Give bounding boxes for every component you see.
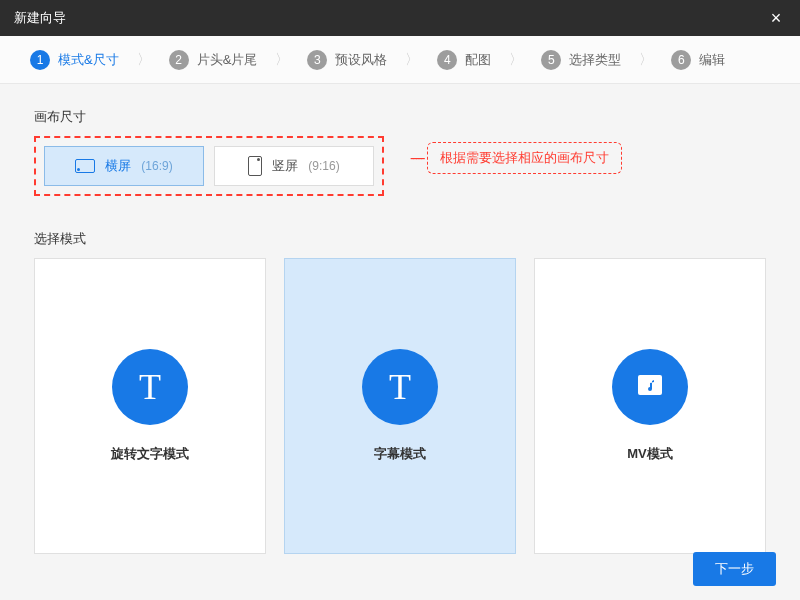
mode-section: 选择模式 T 旋转文字模式 T 字幕模式 MV模式 <box>34 230 766 554</box>
chevron-right-icon: 〉 <box>639 51 653 69</box>
chevron-right-icon: 〉 <box>275 51 289 69</box>
annotation-text: 根据需要选择相应的画布尺寸 <box>427 142 622 174</box>
step-number: 1 <box>30 50 50 70</box>
chevron-right-icon: 〉 <box>509 51 523 69</box>
step-number: 4 <box>437 50 457 70</box>
step-edit[interactable]: 6 编辑 <box>671 50 725 70</box>
step-preset-style[interactable]: 3 预设风格 <box>307 50 387 70</box>
step-label: 模式&尺寸 <box>58 51 119 69</box>
annotation-callout: ----- 根据需要选择相应的画布尺寸 <box>410 142 622 174</box>
option-name: 竖屏 <box>272 157 298 175</box>
canvas-portrait-option[interactable]: 竖屏 (9:16) <box>214 146 374 186</box>
mode-card-rotate-text[interactable]: T 旋转文字模式 <box>34 258 266 554</box>
mode-card-label: MV模式 <box>627 445 673 463</box>
step-label: 编辑 <box>699 51 725 69</box>
portrait-icon <box>248 156 262 176</box>
text-icon: T <box>112 349 188 425</box>
step-number: 2 <box>169 50 189 70</box>
annotation-line: ----- <box>410 150 423 166</box>
mode-label: 选择模式 <box>34 230 766 248</box>
step-number: 6 <box>671 50 691 70</box>
landscape-icon <box>75 159 95 173</box>
chevron-right-icon: 〉 <box>137 51 151 69</box>
mode-card-mv[interactable]: MV模式 <box>534 258 766 554</box>
step-label: 片头&片尾 <box>197 51 258 69</box>
step-images[interactable]: 4 配图 <box>437 50 491 70</box>
close-icon[interactable]: × <box>766 8 786 29</box>
step-number: 3 <box>307 50 327 70</box>
title-bar: 新建向导 × <box>0 0 800 36</box>
step-intro-outro[interactable]: 2 片头&片尾 <box>169 50 258 70</box>
music-video-icon <box>612 349 688 425</box>
step-label: 预设风格 <box>335 51 387 69</box>
mode-card-label: 字幕模式 <box>374 445 426 463</box>
mode-card-subtitle[interactable]: T 字幕模式 <box>284 258 516 554</box>
footer: 下一步 <box>693 552 776 586</box>
step-label: 选择类型 <box>569 51 621 69</box>
mode-card-label: 旋转文字模式 <box>111 445 189 463</box>
step-number: 5 <box>541 50 561 70</box>
step-select-type[interactable]: 5 选择类型 <box>541 50 621 70</box>
wizard-steps: 1 模式&尺寸 〉 2 片头&片尾 〉 3 预设风格 〉 4 配图 〉 5 选择… <box>0 36 800 84</box>
canvas-size-label: 画布尺寸 <box>34 108 766 126</box>
mode-cards: T 旋转文字模式 T 字幕模式 MV模式 <box>34 258 766 554</box>
option-ratio: (9:16) <box>308 159 339 173</box>
chevron-right-icon: 〉 <box>405 51 419 69</box>
next-button[interactable]: 下一步 <box>693 552 776 586</box>
option-ratio: (16:9) <box>141 159 172 173</box>
step-label: 配图 <box>465 51 491 69</box>
highlight-box: 横屏 (16:9) 竖屏 (9:16) <box>34 136 384 196</box>
window-title: 新建向导 <box>14 9 66 27</box>
main-content: 画布尺寸 横屏 (16:9) 竖屏 (9:16) ----- 根据需要选择相应的… <box>0 84 800 578</box>
step-mode-size[interactable]: 1 模式&尺寸 <box>30 50 119 70</box>
canvas-landscape-option[interactable]: 横屏 (16:9) <box>44 146 204 186</box>
text-icon: T <box>362 349 438 425</box>
option-name: 横屏 <box>105 157 131 175</box>
